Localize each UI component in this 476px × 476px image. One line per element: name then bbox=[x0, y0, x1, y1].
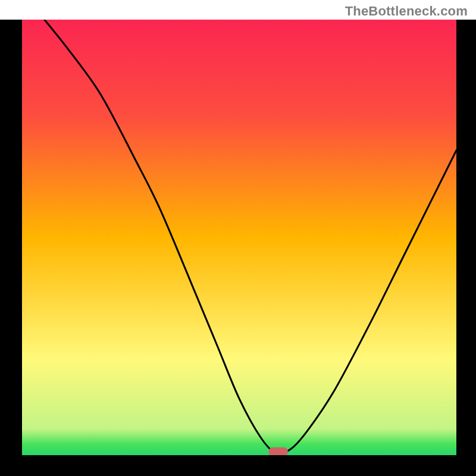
svg-rect-5 bbox=[0, 0, 22, 476]
svg-rect-1 bbox=[22, 20, 456, 455]
svg-rect-4 bbox=[0, 455, 476, 476]
bottleneck-chart bbox=[0, 0, 476, 476]
watermark-text: TheBottleneck.com bbox=[345, 4, 468, 19]
svg-rect-2 bbox=[268, 447, 288, 456]
svg-rect-6 bbox=[456, 0, 476, 476]
